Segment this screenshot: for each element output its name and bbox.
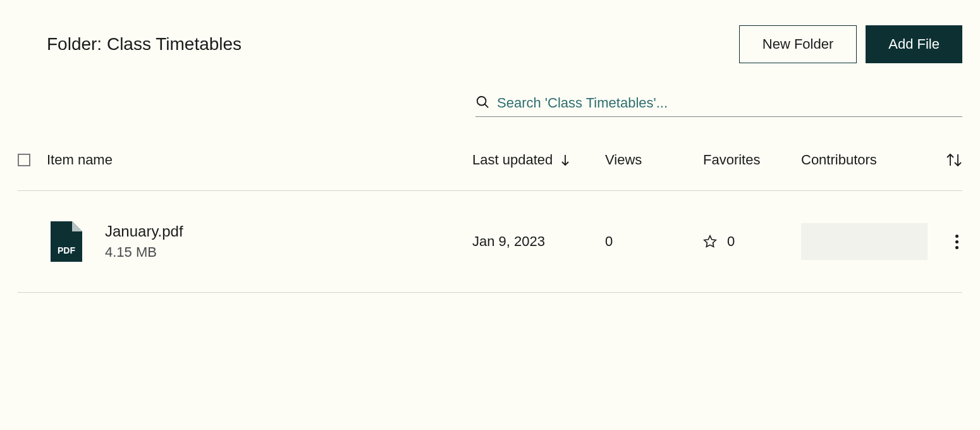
sort-icon[interactable] (946, 153, 962, 167)
file-type-label: PDF (58, 245, 75, 255)
column-last-updated[interactable]: Last updated (472, 152, 605, 168)
star-icon[interactable] (703, 235, 717, 249)
search-icon (475, 95, 489, 111)
svg-line-1 (485, 104, 489, 108)
column-item-name[interactable]: Item name (47, 152, 472, 168)
add-file-button[interactable]: Add File (866, 25, 962, 63)
file-views: 0 (605, 233, 703, 250)
svg-marker-5 (704, 236, 716, 247)
column-last-updated-label: Last updated (472, 152, 553, 168)
file-favorites: 0 (703, 233, 801, 250)
select-all-checkbox[interactable] (18, 154, 30, 166)
file-favorites-count: 0 (727, 233, 735, 250)
contributors-placeholder (801, 223, 928, 260)
search-container (475, 95, 962, 117)
column-views[interactable]: Views (605, 152, 703, 168)
arrow-down-icon (560, 154, 570, 166)
search-input[interactable] (497, 95, 962, 111)
page-header: Folder: Class Timetables New Folder Add … (18, 25, 962, 63)
more-options-button[interactable] (952, 231, 962, 253)
pdf-file-icon: PDF (51, 221, 82, 262)
svg-point-0 (477, 97, 486, 106)
file-name: January.pdf (105, 223, 183, 240)
folder-title: Folder: Class Timetables (47, 34, 242, 54)
table-row[interactable]: PDF January.pdf 4.15 MB Jan 9, 2023 0 0 (18, 191, 962, 293)
column-favorites[interactable]: Favorites (703, 152, 801, 168)
header-actions: New Folder Add File (739, 25, 962, 63)
table-header: Item name Last updated Views Favorites C… (18, 139, 962, 191)
column-contributors[interactable]: Contributors (801, 152, 934, 168)
search-row (18, 95, 962, 117)
file-last-updated: Jan 9, 2023 (472, 233, 605, 250)
new-folder-button[interactable]: New Folder (739, 25, 857, 63)
file-size: 4.15 MB (105, 244, 183, 261)
